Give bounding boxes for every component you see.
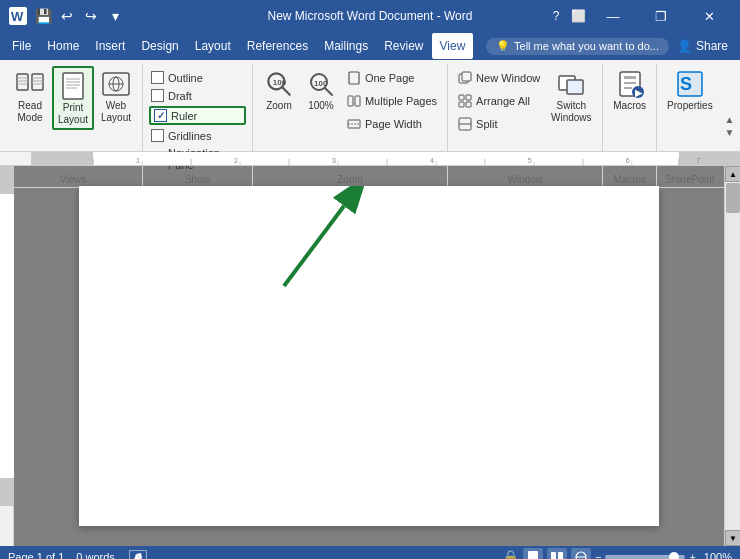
tell-me-input[interactable]: 💡 Tell me what you want to do... (486, 38, 669, 55)
status-bar-right: 🔒 − + 100% (502, 548, 732, 559)
macros-button[interactable]: ▶ Macros (609, 66, 650, 114)
minimize-button[interactable]: — (590, 0, 636, 32)
read-mode-view-button[interactable] (547, 548, 567, 559)
svg-rect-2 (17, 74, 28, 90)
svg-rect-76 (0, 194, 14, 478)
gridlines-check-box[interactable] (151, 129, 164, 142)
scroll-down-button[interactable]: ▼ (725, 530, 740, 546)
ruler-checkbox[interactable]: Ruler (149, 106, 246, 125)
draft-check-box[interactable] (151, 89, 164, 102)
ruler-container: 1 2 3 4 5 6 7 (0, 152, 740, 166)
window-title: New Microsoft Word Document - Word (268, 9, 473, 23)
edit-icon[interactable] (129, 550, 147, 559)
word-icon: W (8, 6, 28, 26)
zoom-out-button[interactable]: − (595, 551, 601, 559)
split-label: Split (476, 118, 497, 130)
web-layout-icon (100, 68, 132, 100)
svg-rect-27 (355, 96, 360, 106)
tell-me-label: Tell me what you want to do... (514, 40, 659, 52)
print-layout-button[interactable]: PrintLayout (52, 66, 94, 130)
new-window-button[interactable]: New Window (454, 69, 544, 87)
zoom-button[interactable]: 100 Zoom (259, 66, 299, 114)
svg-rect-32 (459, 95, 464, 100)
svg-line-23 (325, 88, 332, 95)
switch-windows-label: SwitchWindows (551, 100, 592, 124)
svg-text:1: 1 (136, 157, 140, 164)
print-layout-view-button[interactable] (523, 548, 543, 559)
save-button[interactable]: 💾 (32, 5, 54, 27)
read-mode-icon (14, 68, 46, 100)
menu-bar: File Home Insert Design Layout Reference… (0, 32, 740, 60)
vertical-scrollbar[interactable]: ▲ ▼ (724, 166, 740, 546)
multiple-pages-button[interactable]: Multiple Pages (343, 92, 441, 110)
print-layout-icon (57, 70, 89, 102)
document-page[interactable] (79, 186, 659, 526)
horizontal-ruler: 1 2 3 4 5 6 7 (32, 152, 740, 166)
arrange-all-label: Arrange All (476, 95, 530, 107)
one-page-button[interactable]: One Page (343, 69, 441, 87)
scroll-track[interactable] (725, 182, 740, 530)
split-button[interactable]: Split (454, 115, 544, 133)
svg-rect-10 (63, 73, 83, 99)
ribbon-scroll-up[interactable]: ▲ (724, 114, 734, 125)
ribbon-scroll-down[interactable]: ▼ (724, 127, 734, 138)
multiple-pages-label: Multiple Pages (365, 95, 437, 107)
svg-text:100: 100 (273, 78, 287, 87)
svg-rect-43 (624, 87, 632, 89)
ribbon-display-icon[interactable]: ⬜ (568, 6, 588, 26)
close-button[interactable]: ✕ (686, 0, 732, 32)
menu-home[interactable]: Home (39, 33, 87, 59)
person-icon: 👤 (677, 39, 692, 53)
web-layout-button[interactable]: WebLayout (96, 66, 136, 126)
scroll-thumb[interactable] (726, 183, 740, 213)
svg-rect-39 (567, 80, 583, 94)
help-icon[interactable]: ? (546, 6, 566, 26)
menu-view[interactable]: View (432, 33, 474, 59)
menu-layout[interactable]: Layout (187, 33, 239, 59)
zoom-slider-track[interactable] (605, 555, 685, 559)
svg-rect-3 (32, 74, 43, 90)
restore-button[interactable]: ❒ (638, 0, 684, 32)
menu-mailings[interactable]: Mailings (316, 33, 376, 59)
svg-rect-81 (558, 552, 563, 559)
draft-checkbox[interactable]: Draft (149, 88, 246, 103)
svg-rect-75 (0, 478, 14, 506)
web-layout-view-button[interactable] (571, 548, 591, 559)
properties-button[interactable]: S Properties (663, 66, 717, 114)
svg-rect-50 (32, 152, 93, 166)
outline-check-box[interactable] (151, 71, 164, 84)
arrange-all-button[interactable]: Arrange All (454, 92, 544, 110)
accessibility-icon[interactable]: 🔒 (502, 549, 519, 559)
svg-rect-80 (551, 552, 556, 559)
zoom-slider-thumb[interactable] (669, 552, 679, 559)
page-width-button[interactable]: Page Width (343, 115, 441, 133)
menu-insert[interactable]: Insert (87, 33, 133, 59)
zoom-100-icon: 100 (305, 68, 337, 100)
svg-rect-26 (348, 96, 353, 106)
ruler-check-box[interactable] (154, 109, 167, 122)
menu-review[interactable]: Review (376, 33, 431, 59)
zoom-in-button[interactable]: + (689, 551, 695, 559)
gridlines-label: Gridlines (168, 130, 211, 142)
menu-file[interactable]: File (4, 33, 39, 59)
menu-design[interactable]: Design (133, 33, 186, 59)
document-scroll-area[interactable] (14, 166, 724, 546)
svg-point-82 (576, 552, 586, 559)
switch-windows-icon (555, 68, 587, 100)
zoom-100-button[interactable]: 100 100% (301, 66, 341, 114)
svg-rect-42 (624, 82, 636, 84)
read-mode-button[interactable]: ReadMode (10, 66, 50, 126)
redo-button[interactable]: ↪ (80, 5, 102, 27)
menu-references[interactable]: References (239, 33, 316, 59)
undo-button[interactable]: ↩ (56, 5, 78, 27)
share-button[interactable]: 👤 Share (669, 35, 736, 57)
print-layout-label: PrintLayout (58, 102, 88, 126)
outline-checkbox[interactable]: Outline (149, 70, 246, 85)
svg-text:100: 100 (314, 79, 328, 88)
switch-windows-button[interactable]: SwitchWindows (546, 66, 596, 126)
scroll-up-button[interactable]: ▲ (725, 166, 740, 182)
web-layout-label: WebLayout (101, 100, 131, 124)
window-col-left: New Window Arrange All (454, 66, 544, 134)
gridlines-checkbox[interactable]: Gridlines (149, 128, 246, 143)
customize-button[interactable]: ▾ (104, 5, 126, 27)
